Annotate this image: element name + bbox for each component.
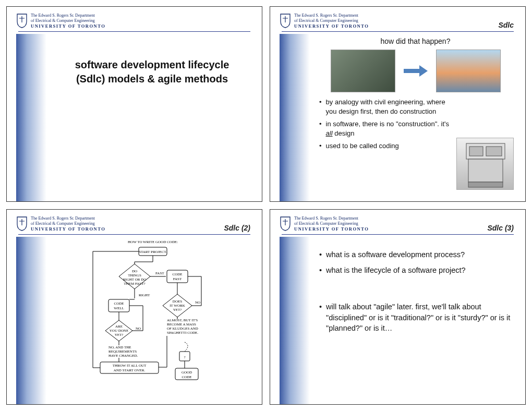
svg-text:GOOD: GOOD (181, 370, 191, 374)
svg-text:RIGHT OR DO: RIGHT OR DO (123, 277, 146, 282)
slide-1: The Edward S. Rogers Sr. Department of E… (6, 6, 262, 202)
corner-label: Sdlc (498, 21, 514, 29)
svg-text:ALMOST, BUT IT'S: ALMOST, BUT IT'S (167, 318, 198, 322)
crest-icon (16, 13, 28, 29)
bullet-item: will talk about "agile" later. first, we… (319, 301, 512, 333)
svg-text:FAST: FAST (155, 271, 164, 275)
svg-text:SPAGHETTI CODE.: SPAGHETTI CODE. (167, 331, 198, 335)
dept-line-2: of Electrical & Computer Engineering (294, 18, 369, 23)
slide-header: The Edward S. Rogers Sr. Department of E… (270, 7, 525, 31)
xkcd-flowchart: .t { font-family: "Comic Sans MS", cursi… (77, 238, 228, 384)
svg-text:START PROJECT.: START PROJECT. (139, 250, 167, 254)
svg-text:DOES: DOES (172, 299, 182, 304)
svg-text:?: ? (184, 355, 185, 359)
svg-text:HAVE CHANGED.: HAVE CHANGED. (108, 354, 138, 358)
xkcd-title: HOW TO WRITE GOOD CODE: (128, 240, 178, 244)
svg-text:REQUIREMENTS: REQUIREMENTS (108, 349, 137, 354)
svg-text:THROW IT ALL OUT: THROW IT ALL OUT (112, 364, 146, 368)
dept-line-1: The Edward S. Rogers Sr. Department (294, 216, 369, 221)
uoft-logo: The Edward S. Rogers Sr. Department of E… (16, 13, 105, 29)
svg-text:IT WORK: IT WORK (170, 304, 185, 308)
uoft-logo: The Edward S. Rogers Sr. Department of E… (280, 216, 369, 232)
svg-rect-2 (486, 147, 502, 156)
left-gradient-bar (280, 237, 310, 404)
svg-text:RIGHT: RIGHT (139, 293, 150, 297)
university-name: UNIVERSITY OF TORONTO (294, 23, 369, 29)
uoft-logo: The Edward S. Rogers Sr. Department of E… (16, 216, 105, 232)
left-gradient-bar (16, 237, 46, 404)
dept-line-1: The Edward S. Rogers Sr. Department (31, 216, 105, 221)
bullet-list: what is a software development process? … (319, 249, 512, 276)
svg-rect-4 (468, 182, 503, 187)
slide-heading: how did that happen? (319, 37, 512, 45)
bullet-item: what is a software development process? (319, 249, 512, 260)
svg-text:WELL: WELL (114, 306, 124, 310)
svg-text:BECOME A MASS: BECOME A MASS (167, 322, 196, 327)
university-name: UNIVERSITY OF TORONTO (31, 23, 105, 29)
university-name: UNIVERSITY OF TORONTO (31, 226, 105, 232)
svg-text:DO: DO (131, 269, 137, 273)
svg-text:YET?: YET? (173, 308, 182, 312)
svg-text:FAST: FAST (173, 277, 182, 281)
bullet-list: will talk about "agile" later. first, we… (319, 301, 512, 333)
bullet-item: what is the lifecycle of a software proj… (319, 265, 512, 275)
svg-text:NO, AND THE: NO, AND THE (108, 345, 131, 349)
left-gradient-bar (280, 34, 310, 201)
svg-text:YOU DONE: YOU DONE (109, 329, 128, 333)
logo-text: The Edward S. Rogers Sr. Department of E… (31, 13, 105, 29)
arrow-right-icon (404, 66, 428, 76)
dept-line-2: of Electrical & Computer Engineering (294, 221, 369, 226)
dept-line-2: of Electrical & Computer Engineering (31, 18, 105, 23)
dept-line-1: The Edward S. Rogers Sr. Department (31, 13, 105, 18)
svg-text:CODE: CODE (182, 375, 191, 379)
svg-text:AND START OVER.: AND START OVER. (113, 368, 145, 372)
blueprint-image (331, 50, 395, 92)
svg-text:CODE: CODE (172, 272, 182, 276)
slide-header: The Edward S. Rogers Sr. Department of E… (7, 210, 262, 234)
logo-text: The Edward S. Rogers Sr. Department of E… (31, 216, 105, 232)
svg-text:THINGS: THINGS (128, 273, 141, 277)
slide-3: The Edward S. Rogers Sr. Department of E… (6, 209, 262, 405)
bullet-list: by analogy with civil engineering, where… (319, 98, 455, 151)
slide-header: The Edward S. Rogers Sr. Department of E… (270, 210, 525, 234)
corner-label: Sdlc (2) (224, 224, 250, 232)
svg-text:ARE: ARE (115, 324, 123, 329)
slide-header: The Edward S. Rogers Sr. Department of E… (7, 7, 262, 31)
university-name: UNIVERSITY OF TORONTO (294, 226, 369, 232)
old-computer-image (456, 138, 514, 190)
crest-icon (280, 13, 291, 29)
logo-text: The Edward S. Rogers Sr. Department of E… (294, 13, 369, 29)
corner-label: Sdlc (3) (487, 224, 514, 232)
crest-icon (16, 216, 28, 232)
svg-text:YET?: YET? (114, 333, 123, 337)
crest-icon (280, 216, 291, 232)
svg-text:NO: NO (195, 300, 200, 305)
slide-title: software development lifecycle (Sdlc) mo… (69, 58, 236, 86)
svg-text:NO: NO (136, 327, 141, 331)
bridge-image (436, 50, 501, 92)
dept-line-2: of Electrical & Computer Engineering (31, 221, 105, 226)
svg-text:THEM FAST?: THEM FAST? (124, 282, 145, 286)
image-row (319, 50, 512, 92)
logo-text: The Edward S. Rogers Sr. Department of E… (294, 216, 369, 232)
bullet-item: used to be called coding (319, 141, 455, 151)
bullet-item: by analogy with civil engineering, where… (319, 98, 455, 116)
svg-text:CODE: CODE (114, 301, 124, 306)
slide-4: The Edward S. Rogers Sr. Department of E… (270, 209, 526, 405)
bullet-item: in software, there is no "construction".… (319, 119, 455, 138)
slide-2: The Edward S. Rogers Sr. Department of E… (270, 6, 526, 202)
svg-text:OF KLUDGES AND: OF KLUDGES AND (167, 327, 198, 331)
left-gradient-bar (16, 34, 46, 201)
uoft-logo: The Edward S. Rogers Sr. Department of E… (280, 13, 369, 29)
dept-line-1: The Edward S. Rogers Sr. Department (294, 13, 369, 18)
svg-rect-3 (468, 159, 503, 182)
svg-rect-1 (469, 147, 483, 156)
